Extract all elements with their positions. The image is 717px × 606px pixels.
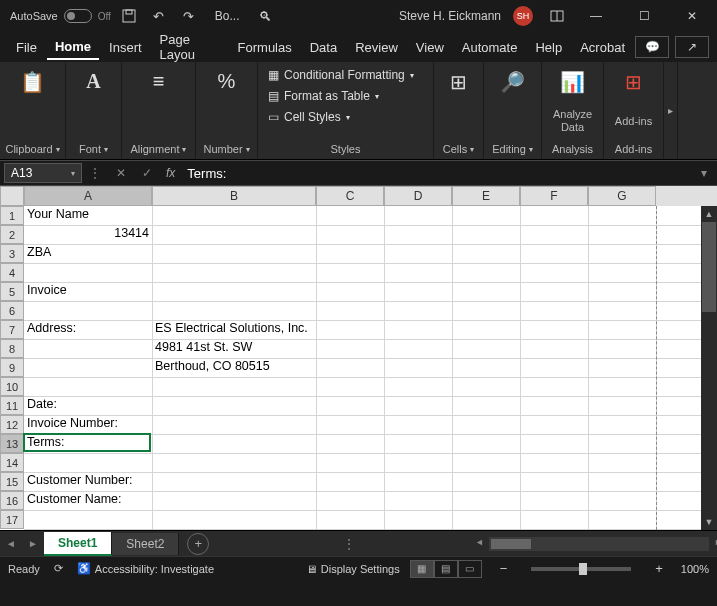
cell-A11[interactable]: Date:	[24, 396, 152, 415]
cell-A1[interactable]: Your Name	[24, 206, 152, 225]
namebox-menu-icon[interactable]: ⋮	[82, 166, 108, 180]
row-header-5[interactable]: 5	[0, 282, 24, 301]
col-header-F[interactable]: F	[520, 186, 588, 206]
row-header-12[interactable]: 12	[0, 415, 24, 434]
accessibility-button[interactable]: ♿Accessibility: Investigate	[77, 562, 214, 575]
conditional-formatting-button[interactable]: ▦Conditional Formatting▾	[264, 66, 418, 84]
tab-prev-icon[interactable]: ◄	[0, 538, 22, 549]
tab-menu-icon[interactable]: ⋮	[337, 537, 361, 551]
row-header-16[interactable]: 16	[0, 491, 24, 510]
share-button[interactable]: ↗	[675, 36, 709, 58]
view-page-layout-button[interactable]: ▤	[434, 560, 458, 578]
row-header-9[interactable]: 9	[0, 358, 24, 377]
view-normal-button[interactable]: ▦	[410, 560, 434, 578]
menu-automate[interactable]: Automate	[454, 36, 526, 59]
scroll-up-icon[interactable]: ▲	[701, 206, 717, 222]
cells-icon[interactable]: ⊞	[446, 66, 471, 98]
col-header-D[interactable]: D	[384, 186, 452, 206]
namebox-dropdown-icon[interactable]: ▾	[71, 169, 75, 178]
row-header-1[interactable]: 1	[0, 206, 24, 225]
col-header-E[interactable]: E	[452, 186, 520, 206]
select-all-corner[interactable]	[0, 186, 24, 206]
sheet-tab-2[interactable]: Sheet2	[112, 533, 179, 555]
ribbon-overflow-icon[interactable]: ▸	[668, 105, 673, 116]
col-header-C[interactable]: C	[316, 186, 384, 206]
menu-review[interactable]: Review	[347, 36, 406, 59]
scroll-down-icon[interactable]: ▼	[701, 514, 717, 530]
search-icon[interactable]: 🔍︎	[254, 4, 278, 28]
paste-icon[interactable]: 📋	[16, 66, 49, 98]
zoom-level[interactable]: 100%	[681, 563, 709, 575]
col-header-G[interactable]: G	[588, 186, 656, 206]
menu-insert[interactable]: Insert	[101, 36, 150, 59]
menu-home[interactable]: Home	[47, 35, 99, 60]
alignment-icon[interactable]: ≡	[149, 66, 169, 97]
menu-view[interactable]: View	[408, 36, 452, 59]
minimize-button[interactable]: —	[575, 2, 617, 30]
hscroll-thumb[interactable]	[491, 539, 531, 549]
row-header-15[interactable]: 15	[0, 472, 24, 491]
save-icon[interactable]	[117, 4, 141, 28]
menu-data[interactable]: Data	[302, 36, 345, 59]
row-header-4[interactable]: 4	[0, 263, 24, 282]
row-header-7[interactable]: 7	[0, 320, 24, 339]
redo-icon[interactable]: ↷	[177, 4, 201, 28]
zoom-knob[interactable]	[579, 563, 587, 575]
cancel-icon[interactable]: ✕	[108, 166, 134, 180]
horizontal-scrollbar[interactable]: ◄ ►	[489, 537, 709, 551]
cell-styles-button[interactable]: ▭Cell Styles▾	[264, 108, 354, 126]
row-header-3[interactable]: 3	[0, 244, 24, 263]
document-title[interactable]: Bo...	[215, 9, 240, 23]
undo-icon[interactable]: ↶	[147, 4, 171, 28]
format-as-table-button[interactable]: ▤Format as Table▾	[264, 87, 383, 105]
col-header-B[interactable]: B	[152, 186, 316, 206]
vscroll-thumb[interactable]	[702, 222, 716, 312]
row-header-11[interactable]: 11	[0, 396, 24, 415]
menu-help[interactable]: Help	[527, 36, 570, 59]
cell-B9[interactable]: Berthoud, CO 80515	[152, 358, 316, 377]
name-box[interactable]: A13▾	[4, 163, 82, 183]
cell-B7[interactable]: ES Electrical Solutions, Inc.	[152, 320, 316, 339]
menu-acrobat[interactable]: Acrobat	[572, 36, 633, 59]
row-header-13[interactable]: 13	[0, 434, 24, 453]
cell-A13[interactable]: Terms:	[24, 434, 152, 453]
cell-A7[interactable]: Address:	[24, 320, 152, 339]
user-name[interactable]: Steve H. Eickmann	[399, 9, 501, 23]
tab-next-icon[interactable]: ►	[22, 538, 44, 549]
col-header-A[interactable]: A	[24, 186, 152, 206]
add-sheet-button[interactable]: +	[187, 533, 209, 555]
cell-A12[interactable]: Invoice Number:	[24, 415, 152, 434]
cell-A5[interactable]: Invoice	[24, 282, 152, 301]
close-button[interactable]: ✕	[671, 2, 713, 30]
menu-page-layout[interactable]: Page Layou	[152, 28, 228, 66]
display-settings-button[interactable]: 🖥Display Settings	[306, 560, 400, 578]
analyze-icon[interactable]: 📊	[556, 66, 589, 98]
editing-icon[interactable]: 🔎	[496, 66, 529, 98]
expand-formula-icon[interactable]: ▾	[691, 166, 717, 180]
row-header-14[interactable]: 14	[0, 453, 24, 472]
enter-icon[interactable]: ✓	[134, 166, 160, 180]
cell-A3[interactable]: ZBA	[24, 244, 152, 263]
user-avatar[interactable]: SH	[513, 6, 533, 26]
hscroll-left-icon[interactable]: ◄	[475, 537, 484, 547]
formula-input[interactable]: Terms:	[181, 166, 691, 181]
number-icon[interactable]: %	[214, 66, 240, 97]
cell-B8[interactable]: 4981 41st St. SW	[152, 339, 316, 358]
cells-area[interactable]: Your Name13414ZBAInvoiceAddress:ES Elect…	[24, 206, 717, 530]
zoom-in-button[interactable]: +	[651, 561, 667, 576]
zoom-slider[interactable]	[531, 567, 631, 571]
view-page-break-button[interactable]: ▭	[458, 560, 482, 578]
zoom-out-button[interactable]: −	[496, 561, 512, 576]
row-header-6[interactable]: 6	[0, 301, 24, 320]
row-header-17[interactable]: 17	[0, 510, 24, 529]
autosave-toggle[interactable]	[64, 9, 92, 23]
row-header-8[interactable]: 8	[0, 339, 24, 358]
menu-file[interactable]: File	[8, 36, 45, 59]
row-header-2[interactable]: 2	[0, 225, 24, 244]
menu-formulas[interactable]: Formulas	[230, 36, 300, 59]
maximize-button[interactable]: ☐	[623, 2, 665, 30]
vertical-scrollbar[interactable]: ▲ ▼	[701, 206, 717, 530]
addins-icon[interactable]: ⊞	[621, 66, 646, 98]
sheet-tab-1[interactable]: Sheet1	[44, 532, 112, 556]
cell-A2[interactable]: 13414	[24, 225, 152, 244]
